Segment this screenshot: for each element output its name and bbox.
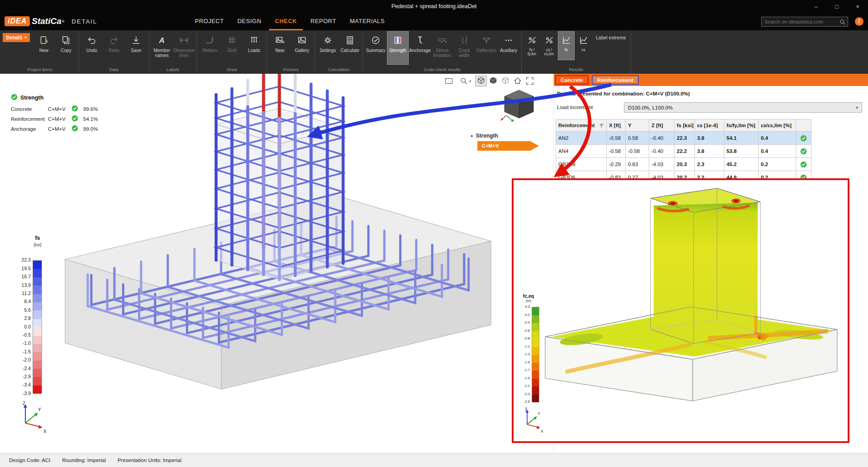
chevron-down-icon: ▾ <box>469 79 471 83</box>
table-header-cell[interactable]: Y <box>626 119 649 132</box>
ribbon-button-redo[interactable]: Redo <box>103 31 125 65</box>
ribbon-button-new[interactable]: New <box>269 31 291 65</box>
scale-tick-label: -0.5 <box>13 332 31 338</box>
search-input[interactable] <box>762 19 840 24</box>
ribbon-button-εs-εs-lim[interactable]: εs / εs,lim <box>541 31 557 60</box>
ribbon-button-label: Save <box>131 48 142 53</box>
minimize-button[interactable]: – <box>806 0 826 13</box>
statica-logo: StatiCa <box>32 16 61 26</box>
scale-tick-label: -2.1 <box>520 384 530 388</box>
summary-item-name: Concrete <box>11 106 48 112</box>
table-header-cell[interactable]: εs/εs,lim [%] <box>759 119 796 132</box>
scale-tick-label: -2.3 <box>520 392 530 396</box>
ribbon-button-label: Rebars <box>203 48 217 53</box>
result-tree-node[interactable]: ▸ Strength <box>471 133 498 139</box>
ribbon-button-fs[interactable]: fs <box>558 31 575 60</box>
ribbon-button-summary[interactable]: Summary <box>365 31 387 65</box>
menu-design[interactable]: DESIGN <box>231 13 267 30</box>
home-button[interactable] <box>512 76 524 86</box>
table-header-row: ReinforcementX [ft]YZ [ft]fs [ksi]εs [1e… <box>556 119 811 132</box>
summary-icon <box>371 34 381 46</box>
table-header-cell[interactable]: X [ft] <box>607 119 626 132</box>
menu-check[interactable]: CHECK <box>269 13 303 30</box>
filter-icon[interactable] <box>599 123 604 128</box>
ribbon-button-crack-width[interactable]: Crack width <box>453 31 475 65</box>
menu-project[interactable]: PROJECT <box>189 13 230 30</box>
scale-tick-label: -2.5 <box>520 400 530 404</box>
detail-selector[interactable]: Detail1▾ <box>3 33 30 42</box>
table-header-cell[interactable]: Reinforcement <box>556 119 607 132</box>
maximize-button[interactable]: □ <box>826 0 847 13</box>
search-icon[interactable] <box>840 19 845 25</box>
ribbon-button-auxiliary[interactable]: Auxiliary <box>498 31 519 65</box>
navigation-cube[interactable] <box>500 87 538 123</box>
ribbon-button-new[interactable]: New <box>33 31 55 65</box>
ribbon-button-undo[interactable]: Undo <box>81 31 103 65</box>
ribbon-button-strength[interactable]: Strength <box>387 31 409 65</box>
select-rect-button[interactable] <box>443 76 455 86</box>
table-header-cell[interactable]: fs/fy,lim [%] <box>724 119 759 132</box>
table-header-cell[interactable]: Z [ft] <box>649 119 675 132</box>
ribbon-button-save[interactable]: Save <box>125 31 147 65</box>
ghost-cube-button[interactable] <box>500 76 511 86</box>
menu-report[interactable]: REPORT <box>305 13 342 30</box>
scale-tick-label: 19.5 <box>13 266 31 271</box>
ribbon-button-εs[interactable]: εs <box>575 31 592 60</box>
scale-tick-label: 13.9 <box>13 282 31 288</box>
table-header-cell[interactable]: εs [1e-4] <box>695 119 724 132</box>
load-increment-dropdown[interactable]: D100.0%, L100.0% ▾ <box>624 102 862 113</box>
ribbon-group-label: Calculation <box>317 66 361 74</box>
menu-materials[interactable]: MATERIALS <box>344 13 391 30</box>
ribbon-button-rebars[interactable]: Rebars <box>199 31 221 65</box>
chevron-down-icon: ▾ <box>856 105 858 110</box>
ribbon-button-deflection[interactable]: Deflection <box>476 31 497 65</box>
table-cell: 3.8 <box>695 132 724 145</box>
table-cell: -0.58 <box>607 132 626 145</box>
ribbon-button-anchorage[interactable]: Anchorage <box>409 31 431 65</box>
check-ok-icon <box>71 125 83 133</box>
solid-cube-button[interactable] <box>487 76 499 86</box>
label-extreme-toggle[interactable]: Label extreme <box>596 35 626 40</box>
table-cell: 20.3 <box>675 158 695 171</box>
ribbon-button-grid[interactable]: Grid <box>221 31 243 65</box>
check-summary: Strength ConcreteC+M+V99.6%Reinforcement… <box>11 94 104 133</box>
status-rounding: Rounding: Imperial <box>62 457 106 463</box>
selected-combination[interactable]: C+M+V <box>477 141 539 151</box>
scale-tick-label: -1.5 <box>520 360 530 364</box>
ribbon-button-dimension-lines[interactable]: Dimension lines <box>173 31 195 65</box>
ribbon-button-copy[interactable]: Copy <box>55 31 77 65</box>
ribbon-button-calculate[interactable]: Calculate <box>339 31 361 65</box>
table-header-cell[interactable]: fs [ksi] <box>675 119 695 132</box>
ribbon-button-member-names[interactable]: AMember names <box>151 31 173 65</box>
scale-tick-label: 22.3 <box>13 257 31 262</box>
status-design-code: Design Code: ACI <box>9 457 50 463</box>
scale-tick-label: -2.0 <box>13 357 31 362</box>
ribbon-button-gallery[interactable]: Gallery <box>291 31 313 65</box>
tab-reinforcement[interactable]: Reinforcement <box>592 75 639 85</box>
help-icon[interactable]: i <box>855 17 863 26</box>
summary-item-value: 99.0% <box>83 126 104 132</box>
fs-color-scale: fs[ksi]22.319.516.713.911.28.45.62.80.0-… <box>13 235 62 403</box>
ribbon-button-settings[interactable]: Settings <box>317 31 339 65</box>
svg-text:A: A <box>159 36 165 45</box>
table-row-an4[interactable]: AN4-0.58-0.58-0.4022.23.853.80.4 <box>556 145 811 158</box>
ribbon-group-label: Data <box>81 66 147 74</box>
table-row-an2[interactable]: AN2-0.580.58-0.4022.33.854.10.4 <box>556 132 811 145</box>
close-button[interactable]: × <box>847 0 868 13</box>
ribbon-button-loads[interactable]: Loads <box>243 31 265 65</box>
ribbon-button-stress-limitation[interactable]: Stress limitation <box>431 31 453 65</box>
ribbon-group-code-check-results: SummaryStrengthAnchorageStress limitatio… <box>363 31 522 74</box>
iso-view-button[interactable] <box>475 76 487 86</box>
fit-button[interactable] <box>524 76 536 86</box>
scale-tick-label: -1.1 <box>520 344 530 348</box>
tab-concrete[interactable]: Concrete <box>555 75 589 85</box>
zoom-button[interactable]: ▾ <box>459 76 471 86</box>
scale-tick-label: -3.4 <box>13 382 31 387</box>
tree-caret-icon[interactable]: ▸ <box>471 133 473 138</box>
ribbon-button-fs-fy-lim[interactable]: fs / fy,lim <box>524 31 540 60</box>
combination-info: Results presented for combination: C+M+V… <box>557 91 690 96</box>
table-header-cell[interactable] <box>796 119 811 132</box>
scale-tick-label: -1.9 <box>520 376 530 380</box>
app-logo: iDEA StatiCa ® DETAIL <box>5 16 97 26</box>
table-row-gb3d8[interactable]: GB3D8-0.290.83-4.0320.32.345.20.2 <box>556 158 811 171</box>
